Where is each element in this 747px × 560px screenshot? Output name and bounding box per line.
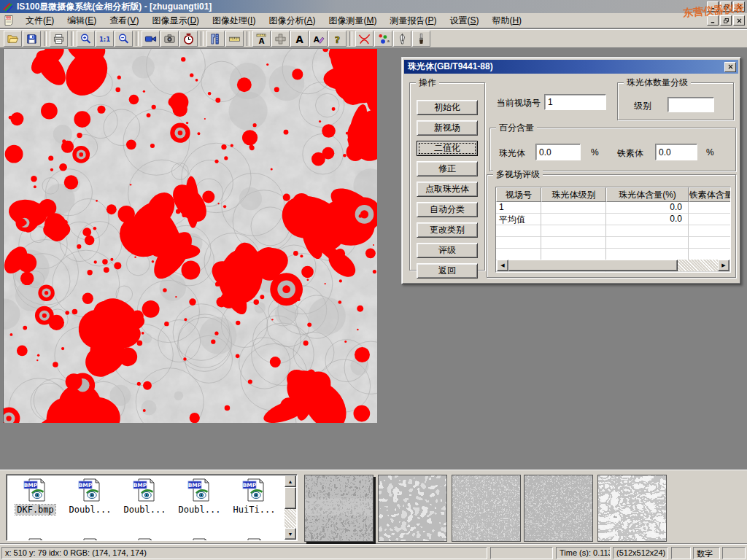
annotate-tool-button[interactable] <box>309 31 328 47</box>
cell-view-number <box>496 225 541 237</box>
file-list-scrollbar[interactable]: ▲ ▼ <box>285 475 296 540</box>
ferrite-percent-input[interactable] <box>655 144 697 160</box>
file-item[interactable]: BMP HuiTi... <box>227 476 282 526</box>
scroll-left-button[interactable]: ◀ <box>497 260 508 271</box>
scroll-up-button[interactable]: ▲ <box>285 475 296 487</box>
operation-button[interactable]: 点取珠光体 <box>417 182 478 197</box>
menu-item[interactable]: 文件(F) <box>19 13 61 28</box>
operation-button[interactable]: 新视场 <box>417 120 478 136</box>
table-row[interactable] <box>496 237 730 249</box>
ruler-measure-button[interactable] <box>225 31 244 47</box>
grade-input[interactable] <box>667 97 714 112</box>
file-item[interactable]: BMP <box>227 536 282 541</box>
table-header-cell[interactable]: 珠光体含量(%) <box>606 187 689 202</box>
video-capture-button[interactable] <box>142 31 160 47</box>
operation-button[interactable]: 返回 <box>417 263 478 279</box>
file-item[interactable]: BMP <box>172 536 227 541</box>
file-item[interactable]: BMP DKF.bmp <box>8 476 63 526</box>
table-row[interactable]: 平均值 0.0 <box>496 214 730 225</box>
help-button[interactable] <box>328 31 347 47</box>
caliper-measure-button[interactable] <box>206 31 225 47</box>
zoom-in-button[interactable] <box>77 31 95 47</box>
table-row[interactable] <box>496 249 730 260</box>
file-list[interactable]: BMP DKF.bmp BMP Doubl... <box>6 474 298 541</box>
menu-item[interactable]: 图像测量(M) <box>322 13 383 28</box>
minimize-button[interactable] <box>707 1 719 12</box>
file-item[interactable]: BMP Doubl... <box>117 476 172 526</box>
file-item[interactable]: BMP <box>63 536 117 541</box>
ferrite-label: 铁素体 <box>617 147 643 160</box>
text-tool-button[interactable] <box>290 31 309 47</box>
menu-item[interactable]: 测量报告(P) <box>383 13 443 28</box>
file-name: Doubl... <box>123 505 168 515</box>
table-horizontal-scrollbar[interactable]: ◀ ▶ <box>497 260 729 271</box>
svg-text:BMP: BMP <box>187 482 201 489</box>
menu-item[interactable]: 图像分析(A) <box>262 13 322 28</box>
open-file-button[interactable] <box>4 31 22 47</box>
preview-thumbnail-5[interactable] <box>597 475 667 542</box>
micrograph-viewport[interactable] <box>3 49 376 423</box>
measure-label-button[interactable] <box>252 31 271 47</box>
menu-item[interactable]: 设置(S) <box>443 13 485 28</box>
file-item[interactable]: BMP Doubl... <box>63 476 117 526</box>
timer-button[interactable] <box>179 31 198 47</box>
classify-tool-button[interactable] <box>374 31 392 47</box>
scroll-right-button[interactable]: ▶ <box>718 260 729 271</box>
mdi-minimize-button[interactable] <box>707 15 719 26</box>
cell-pearlite-grade <box>541 202 606 214</box>
cell-pearlite-content <box>606 249 689 260</box>
close-button[interactable] <box>733 1 745 12</box>
operation-button[interactable]: 自动分类 <box>417 202 478 217</box>
menu-item[interactable]: 图像处理(I) <box>206 13 262 28</box>
operation-button[interactable]: 评级 <box>417 243 478 258</box>
mdi-restore-button[interactable] <box>720 15 732 26</box>
operation-button[interactable]: 二值化 <box>417 141 478 156</box>
table-header-cell[interactable]: 铁素体含量(%) <box>689 187 731 202</box>
menu-item[interactable]: 查看(V) <box>103 13 145 28</box>
curve-tool-button[interactable] <box>355 31 374 47</box>
brush-tool-button[interactable] <box>412 31 430 47</box>
file-item[interactable]: BMP <box>117 536 172 541</box>
print-button[interactable] <box>50 31 68 47</box>
operation-button[interactable]: 更改类别 <box>417 222 478 238</box>
scrollbar-thumb[interactable] <box>508 260 678 271</box>
pearlite-percent-input[interactable] <box>535 144 581 160</box>
multi-view-group-label: 多视场评级 <box>493 169 543 179</box>
table-header-cell[interactable]: 珠光体级别 <box>541 187 606 202</box>
pen-tool-button[interactable] <box>393 31 411 47</box>
menu-item[interactable]: 图像显示(D) <box>145 13 206 28</box>
bmp-file-icon: BMP <box>133 537 158 541</box>
status-panel-empty-2 <box>671 547 691 559</box>
preview-thumbnail-3[interactable] <box>452 475 521 542</box>
camera-icon <box>163 33 176 45</box>
grid-tool-button[interactable] <box>271 31 290 47</box>
file-item[interactable]: BMP Doubl... <box>172 476 227 526</box>
operation-button[interactable]: 修正 <box>417 161 478 176</box>
zoom-out-icon <box>117 33 130 45</box>
dialog-title-bar[interactable]: 珠光体(GB/T9441-88) <box>404 60 738 74</box>
file-item[interactable]: BMP <box>8 536 63 541</box>
actual-size-button[interactable] <box>96 31 114 47</box>
table-row[interactable]: 1 0.0 <box>496 202 730 214</box>
scrollbar-thumb[interactable] <box>285 487 296 509</box>
bmp-file-icon: BMP <box>78 537 103 541</box>
zoom-out-button[interactable] <box>115 31 133 47</box>
save-file-button[interactable] <box>23 31 41 47</box>
operations-group-label: 操作 <box>416 77 439 88</box>
camera-capture-button[interactable] <box>160 31 179 47</box>
status-bar: x: 510 y: 79 idx: 0 RGB: (174, 174, 174)… <box>0 544 747 560</box>
mdi-close-button[interactable] <box>733 15 745 26</box>
table-header-cell[interactable]: 视场号 <box>496 187 541 202</box>
preview-thumbnail-1[interactable] <box>304 475 374 542</box>
operation-button[interactable]: 初始化 <box>417 100 478 115</box>
menu-item[interactable]: 编辑(E) <box>61 13 103 28</box>
preview-thumbnail-4[interactable] <box>524 475 593 542</box>
scroll-down-button[interactable]: ▼ <box>285 528 296 540</box>
table-row[interactable] <box>496 225 730 237</box>
preview-thumbnail-2[interactable] <box>378 475 447 542</box>
pearlite-percent-sign: % <box>591 147 599 158</box>
current-view-input[interactable] <box>544 94 606 110</box>
menu-item[interactable]: 帮助(H) <box>485 13 528 28</box>
dialog-close-button[interactable] <box>724 62 736 72</box>
restore-button[interactable] <box>720 1 732 12</box>
